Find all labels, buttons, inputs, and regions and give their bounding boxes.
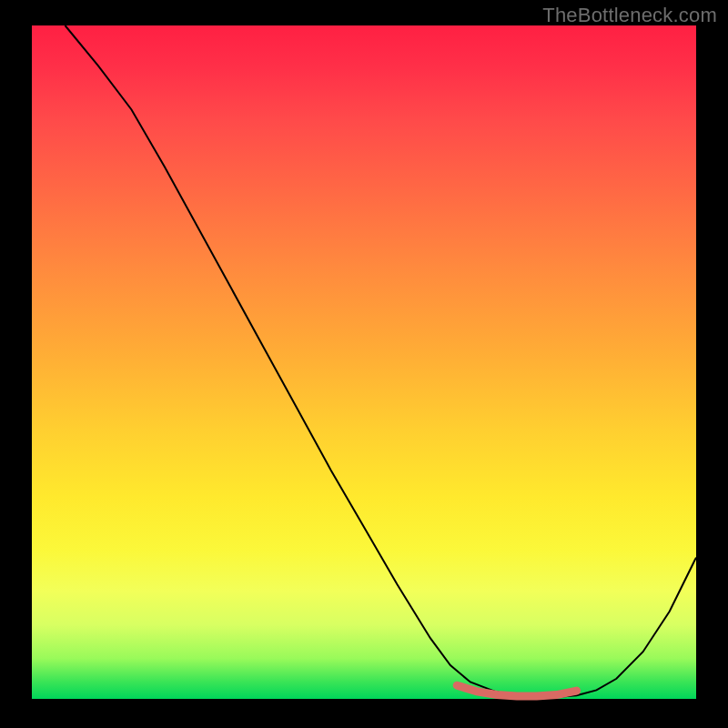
chart-highlight-segment: [457, 685, 576, 696]
watermark-text: TheBottleneck.com: [542, 4, 717, 27]
chart-svg-overlay: [32, 25, 696, 699]
chart-main-curve: [66, 25, 697, 698]
chart-plot-area: [32, 25, 696, 699]
